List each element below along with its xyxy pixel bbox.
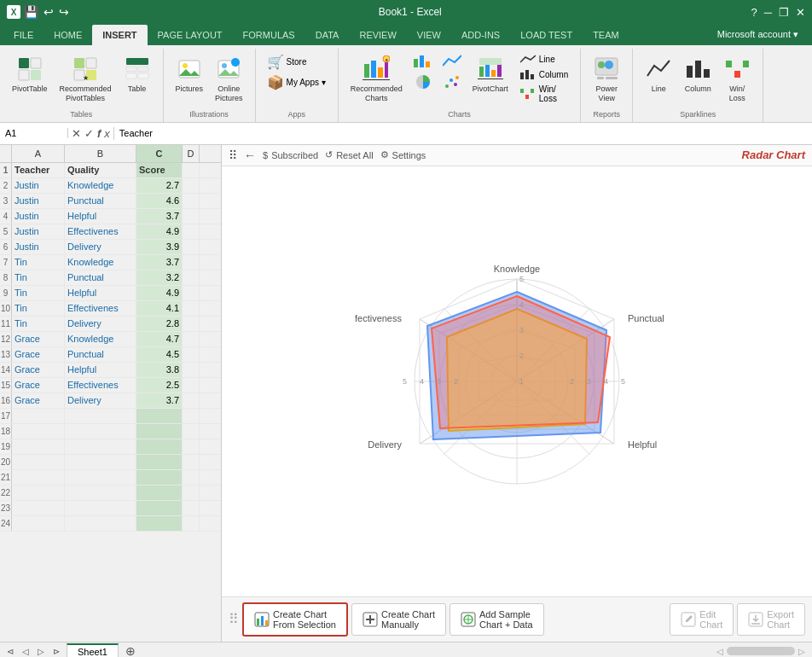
cell-c[interactable]: [136, 485, 183, 500]
cell-a[interactable]: [12, 470, 65, 485]
cell-d[interactable]: [183, 317, 200, 331]
cell-b[interactable]: [65, 439, 136, 454]
cell-d[interactable]: [183, 255, 200, 270]
back-icon[interactable]: ←: [244, 148, 256, 162]
line-sparkline-button[interactable]: Line: [515, 52, 573, 66]
cell-d[interactable]: [183, 347, 200, 362]
redo-icon[interactable]: ↪: [59, 5, 69, 19]
table-row[interactable]: 20: [0, 455, 221, 470]
cell-a[interactable]: Justin: [12, 224, 65, 239]
cell-b[interactable]: [65, 485, 136, 500]
cell-b[interactable]: Effectivenes: [65, 224, 136, 239]
sparkline-line-button[interactable]: Line: [640, 52, 677, 97]
cell-b[interactable]: Delivery: [65, 240, 136, 254]
cell-a[interactable]: Justin: [12, 209, 65, 224]
cell-d[interactable]: [183, 301, 200, 316]
table-row[interactable]: 13GracePunctual4.5: [0, 347, 221, 363]
help-button[interactable]: ?: [751, 6, 757, 19]
winloss-sparkline-button[interactable]: Win/Loss: [515, 83, 573, 105]
cell-d[interactable]: [183, 332, 200, 346]
cell-d[interactable]: [183, 424, 200, 439]
table-row[interactable]: 12GraceKnowledge4.7: [0, 332, 221, 347]
cell-c[interactable]: [136, 501, 183, 515]
insert-function-icon[interactable]: f: [97, 127, 101, 140]
cell-c[interactable]: 4.7: [136, 332, 183, 346]
table-row[interactable]: 10TinEffectivenes4.1: [0, 301, 221, 317]
table-row[interactable]: 4JustinHelpful3.7: [0, 209, 221, 224]
cell-d[interactable]: [183, 409, 200, 423]
cell-c[interactable]: [136, 439, 183, 454]
cell-b[interactable]: Delivery: [65, 393, 136, 408]
table-button[interactable]: Table: [119, 52, 156, 97]
cell-a[interactable]: [12, 424, 65, 439]
tab-data[interactable]: DATA: [305, 25, 350, 45]
table-row[interactable]: 18: [0, 424, 221, 439]
cell-b[interactable]: Effectivenes: [65, 378, 136, 392]
cell-b[interactable]: Punctual: [65, 270, 136, 285]
table-row[interactable]: 7TinKnowledge3.7: [0, 255, 221, 270]
my-apps-button[interactable]: 📦 My Apps ▾: [263, 73, 331, 91]
table-row[interactable]: 16GraceDelivery3.7: [0, 393, 221, 409]
cell-a[interactable]: [12, 409, 65, 423]
cell-c[interactable]: [136, 516, 183, 531]
cell-c[interactable]: 3.7: [136, 209, 183, 224]
add-sample-chart-button[interactable]: Add SampleChart + Data: [450, 603, 544, 636]
restore-button[interactable]: ❐: [779, 6, 789, 19]
account-button[interactable]: Microsoft account ▾: [707, 24, 809, 45]
cell-d[interactable]: [183, 224, 200, 239]
scatter-chart-button[interactable]: [438, 73, 466, 91]
cell-b[interactable]: Knowledge: [65, 178, 136, 193]
table-row[interactable]: 15GraceEffectivenes2.5: [0, 378, 221, 393]
table-row[interactable]: 19: [0, 439, 221, 455]
recommended-charts-button[interactable]: ★ RecommendedCharts: [345, 52, 408, 107]
sheet-tab-sheet1[interactable]: Sheet1: [67, 643, 119, 657]
tab-team[interactable]: TEAM: [583, 25, 629, 45]
cell-a[interactable]: Tin: [12, 301, 65, 316]
pivot-table-button[interactable]: PivotTable: [7, 52, 53, 97]
col-header-b[interactable]: B: [65, 145, 136, 162]
online-pictures-button[interactable]: 🌐 OnlinePictures: [210, 52, 248, 107]
formula-content[interactable]: Teacher: [114, 128, 812, 138]
cell-b[interactable]: Punctual: [65, 194, 136, 208]
create-chart-manually-button[interactable]: Create ChartManually: [351, 603, 446, 636]
cell-a[interactable]: Justin: [12, 178, 65, 193]
pivot-chart-button[interactable]: PivotChart: [467, 52, 513, 97]
cell-b[interactable]: Delivery: [65, 317, 136, 331]
cell-a[interactable]: Grace: [12, 332, 65, 346]
cell-d[interactable]: [183, 393, 200, 408]
tab-loadtest[interactable]: LOAD TEST: [510, 25, 583, 45]
tab-page-layout[interactable]: PAGE LAYOUT: [148, 25, 233, 45]
cell-a[interactable]: Grace: [12, 378, 65, 392]
cell-b[interactable]: [65, 501, 136, 515]
create-chart-from-selection-button[interactable]: Create ChartFrom Selection: [242, 602, 348, 637]
cell-d[interactable]: [183, 194, 200, 208]
cell-b[interactable]: Helpful: [65, 363, 136, 377]
cell-a[interactable]: [12, 439, 65, 454]
cell-b[interactable]: [65, 516, 136, 531]
cell-b[interactable]: Effectivenes: [65, 301, 136, 316]
cell-b[interactable]: [65, 424, 136, 439]
cell-d[interactable]: [183, 363, 200, 377]
table-row[interactable]: 2JustinKnowledge2.7: [0, 178, 221, 194]
cell-c[interactable]: 3.7: [136, 255, 183, 270]
table-row[interactable]: 5JustinEffectivenes4.9: [0, 224, 221, 240]
cell-d[interactable]: [183, 163, 200, 177]
sheet-nav-first[interactable]: ⊲: [3, 644, 17, 657]
cell-c[interactable]: 4.9: [136, 224, 183, 239]
cell-a[interactable]: [12, 455, 65, 469]
table-row[interactable]: 1TeacherQualityScore: [0, 163, 221, 178]
tab-insert[interactable]: INSERT: [92, 25, 147, 45]
pie-chart-button[interactable]: [409, 73, 437, 91]
table-row[interactable]: 3JustinPunctual4.6: [0, 194, 221, 209]
tab-formulas[interactable]: FORMULAS: [233, 25, 305, 45]
cell-c[interactable]: 4.9: [136, 286, 183, 300]
sparkline-column-button[interactable]: Column: [679, 52, 716, 97]
cell-c[interactable]: 2.8: [136, 317, 183, 331]
tab-review[interactable]: REVIEW: [349, 25, 406, 45]
cell-c[interactable]: 4.1: [136, 301, 183, 316]
confirm-formula-icon[interactable]: ✓: [84, 127, 94, 140]
table-row[interactable]: 14GraceHelpful3.8: [0, 363, 221, 378]
cell-c[interactable]: 4.5: [136, 347, 183, 362]
cell-c[interactable]: 4.6: [136, 194, 183, 208]
add-sheet-button[interactable]: ⊕: [120, 642, 141, 657]
